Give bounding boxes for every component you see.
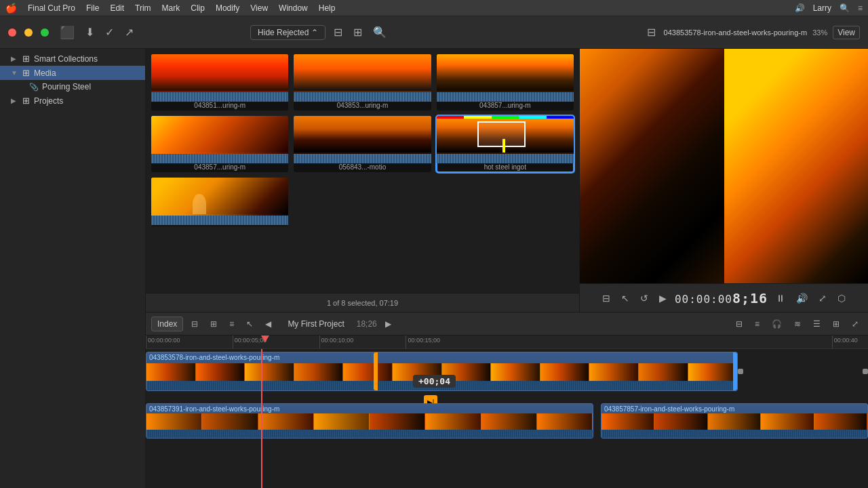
import-btn[interactable]: ⬇: [83, 23, 97, 41]
arrow-down-icon: ▼: [11, 69, 18, 77]
projects-folder-icon: ⊞: [20, 96, 31, 106]
play-button[interactable]: ▶: [656, 290, 669, 306]
viewer-expand-btn[interactable]: ⬡: [835, 290, 848, 306]
tl-fullscreen-btn[interactable]: ⤢: [848, 318, 863, 330]
secondary-clip-2[interactable]: 043857857-iron-and-steel-works-pouring-m: [601, 403, 868, 439]
clip-label: 043851...uring-m: [151, 100, 288, 110]
tl-audio-solo[interactable]: ≡: [225, 318, 238, 330]
status-text: 1 of 8 selected, 07:19: [327, 299, 398, 307]
timeline-tracks: 043853578-iron-and-steel-works-pouring-m: [146, 349, 868, 488]
tl-audio-lanes[interactable]: ⊟: [732, 318, 747, 330]
menu-help[interactable]: Help: [319, 3, 336, 13]
sidebar-item-pouring-steel[interactable]: 📎 Pouring Steel: [0, 80, 145, 94]
playhead-marker: [261, 336, 269, 342]
menu-trim[interactable]: Trim: [135, 3, 151, 13]
tl-effects-btn[interactable]: ⊞: [829, 318, 844, 330]
timecode-prefix: 00:00:00: [675, 293, 732, 306]
tl-clip-appearance[interactable]: ⊟: [187, 318, 202, 330]
secondary-video-track: 043857391-iron-and-steel-works-pouring-m: [146, 403, 868, 440]
secondary-clip-1[interactable]: 043857391-iron-and-steel-works-pouring-m: [146, 403, 593, 439]
clip-label: 056843...-motio: [294, 162, 431, 172]
menu-finalcutpro[interactable]: Final Cut Pro: [28, 3, 75, 13]
tl-arrow-prev[interactable]: ◀: [261, 318, 275, 330]
time-offset-badge: +00;04: [413, 375, 456, 388]
viewer-select-tool[interactable]: ↖: [618, 290, 632, 306]
view-btn[interactable]: View: [833, 26, 860, 39]
menu-icon[interactable]: ≡: [858, 3, 863, 13]
menu-view[interactable]: View: [250, 3, 268, 13]
gap-marker-left: [738, 369, 743, 374]
window-minimize[interactable]: [24, 28, 33, 37]
menu-file[interactable]: File: [86, 3, 99, 13]
clip-item[interactable]: 043857...uring-m: [151, 116, 288, 172]
clip-item-selected[interactable]: hot steel ingot: [437, 116, 574, 172]
volume-icon[interactable]: 🔊: [795, 3, 805, 13]
viewer-audio-toggle[interactable]: 🔊: [793, 290, 810, 306]
clip-item[interactable]: 043851...uring-m: [151, 54, 288, 110]
menu-bar: 🍎 Final Cut Pro File Edit Trim Mark Clip…: [0, 0, 868, 16]
timeline: Index ⊟ ⊞ ≡ ↖ ◀ My First Project 18;26 ▶…: [146, 312, 868, 488]
viewer-image-right: [724, 49, 869, 283]
clip-label: 043857...uring-m: [437, 100, 574, 110]
clip-item[interactable]: 056843...-motio: [294, 116, 431, 172]
viewer-speed-btn[interactable]: ↺: [637, 290, 651, 306]
index-btn[interactable]: Index: [151, 317, 183, 331]
filter-arrow-icon: ⌃: [311, 28, 318, 37]
ruler-mark-2: 00:00:10;00: [319, 336, 354, 348]
secondary-clip1-label: 043857391-iron-and-steel-works-pouring-m: [149, 405, 279, 413]
toolbar: ⬛ ⬇ ✓ ↗ Hide Rejected ⌃ ⊟ ⊞ 🔍 ⊟ 04385357…: [0, 16, 868, 49]
trim-handle-right[interactable]: [733, 352, 737, 390]
tl-headphones[interactable]: 🎧: [768, 318, 786, 330]
share-btn[interactable]: ↗: [122, 23, 136, 41]
search-icon[interactable]: 🔍: [840, 3, 850, 13]
tl-clip-roles[interactable]: ☰: [809, 318, 825, 330]
window-close[interactable]: [8, 28, 16, 37]
tl-waveform-btn[interactable]: ≋: [790, 318, 805, 330]
window-maximize[interactable]: [41, 28, 49, 37]
secondary-clip2-label: 043857857-iron-and-steel-works-pouring-m: [604, 405, 734, 413]
menu-edit[interactable]: Edit: [110, 3, 124, 13]
menu-clip[interactable]: Clip: [191, 3, 205, 13]
grid-view-btn[interactable]: ⊞: [351, 23, 365, 41]
trim-handle-left[interactable]: [374, 352, 378, 390]
hide-rejected-btn[interactable]: Hide Rejected ⌃: [250, 25, 326, 40]
clip-label: 043853...uring-m: [294, 100, 431, 110]
sidebar-label-projects: Projects: [34, 96, 63, 106]
timecode-display: 00:00:008;16: [675, 290, 768, 306]
browser: 043851...uring-m 043853...uring-m: [146, 49, 580, 312]
apple-menu[interactable]: 🍎: [5, 3, 17, 14]
main-area: ▶ ⊞ Smart Collections ▼ ⊞ Media 📎 Pourin…: [0, 49, 868, 488]
tl-arrow-next[interactable]: ▶: [381, 318, 395, 330]
tl-tool-select[interactable]: ↖: [242, 318, 257, 330]
menu-mark[interactable]: Mark: [162, 3, 180, 13]
clip-item[interactable]: 043857...uring-m: [437, 54, 574, 110]
viewer-audio-btn[interactable]: ⏸: [773, 290, 788, 306]
sidebar-label-media: Media: [34, 68, 56, 78]
filmstrip-secondary2: [601, 413, 867, 430]
ruler-mark-3: 00:00:15;00: [406, 336, 440, 348]
sidebar-item-media[interactable]: ▼ ⊞ Media: [0, 66, 145, 80]
viewer-layout-toggle[interactable]: ⊟: [599, 290, 613, 306]
menu-modify[interactable]: Modify: [216, 3, 239, 13]
viewer-fullscreen-btn[interactable]: ⤢: [816, 290, 829, 306]
ruler-mark-0: 00:00:00:00: [146, 336, 180, 348]
sidebar-item-projects[interactable]: ▶ ⊞ Projects: [0, 94, 145, 108]
browser-search-btn[interactable]: 🔍: [370, 23, 389, 41]
clip-item[interactable]: 043853...uring-m: [294, 54, 431, 110]
sidebar-section-library: ▶ ⊞ Smart Collections ▼ ⊞ Media 📎 Pourin…: [0, 49, 145, 110]
sidebar-item-smart-collections[interactable]: ▶ ⊞ Smart Collections: [0, 52, 145, 66]
tl-zoom-in[interactable]: ⊞: [206, 318, 221, 330]
menu-window[interactable]: Window: [279, 3, 308, 13]
timeline-ruler: 00:00:00:00 00:00:05;00 00:00:10;00 00:0…: [146, 336, 868, 349]
browser-status: 1 of 8 selected, 07:19: [146, 293, 579, 312]
timecode-value: 8;16: [732, 290, 768, 306]
library-btn[interactable]: ⬛: [57, 22, 77, 43]
check-btn[interactable]: ✓: [102, 23, 117, 41]
clip-view-btn[interactable]: ⊟: [331, 23, 345, 41]
zoom-level: 33%: [812, 28, 827, 37]
clip-item[interactable]: [151, 178, 288, 226]
projects-arrow-icon: ▶: [11, 97, 18, 104]
tl-zoom-timeline[interactable]: ≡: [751, 318, 764, 330]
viewer-layout-btn[interactable]: ⊟: [644, 23, 658, 41]
clip-icon: 📎: [28, 83, 39, 92]
